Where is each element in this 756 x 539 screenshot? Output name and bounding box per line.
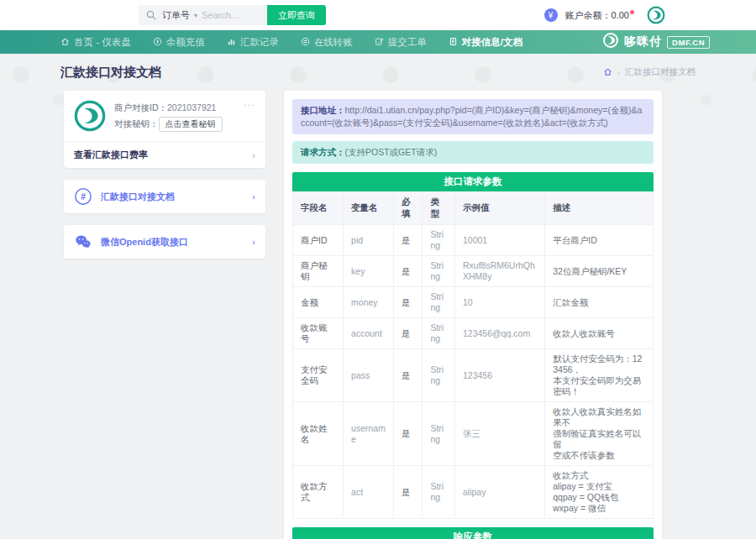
table-cell: 平台商户ID bbox=[545, 225, 654, 256]
request-params-table: 字段名变量名必填类型示例值描述商户IDpid是String10001平台商户ID… bbox=[292, 191, 654, 519]
breadcrumb-home-icon[interactable] bbox=[603, 67, 612, 78]
nav-item-recharge[interactable]: 余额充值 bbox=[153, 36, 205, 49]
table-row: 商户IDpid是String10001平台商户ID bbox=[293, 225, 654, 256]
ticket-icon bbox=[375, 37, 384, 48]
table-cell: 是 bbox=[394, 349, 423, 402]
table-cell: 汇款金额 bbox=[545, 287, 654, 318]
search-input[interactable] bbox=[202, 10, 267, 20]
search-bar: 订单号 ▾ 立即查询 bbox=[139, 5, 326, 25]
sidebar-item-remit-doc[interactable]: # 汇款接口对接文档 › bbox=[64, 180, 265, 213]
table-cell: 收款方式 alipay = 支付宝 qqpay = QQ钱包 wxpay = 微… bbox=[545, 466, 654, 519]
more-options-icon[interactable]: ... bbox=[244, 96, 255, 108]
docs-icon bbox=[449, 37, 458, 48]
merchant-id-value: 2021037921 bbox=[167, 102, 216, 113]
table-cell: String bbox=[423, 349, 455, 402]
transfer-icon bbox=[301, 37, 310, 48]
page-root: 订单号 ▾ 立即查询 ¥ 账户余额：0.00 首页 - 仪表盘 余额充值 bbox=[0, 0, 756, 539]
table-cell: alipay bbox=[455, 466, 545, 519]
balance-text: 账户余额：0.00 bbox=[565, 9, 634, 22]
main-nav: 首页 - 仪表盘 余额充值 汇款记录 在线转账 提交工单 对接信息/文档 bbox=[0, 30, 756, 54]
table-cell: 是 bbox=[394, 402, 423, 466]
column-header: 必填 bbox=[394, 192, 423, 225]
balance-yen-icon: ¥ bbox=[544, 8, 558, 22]
breadcrumb-current: 汇款接口对接文档 bbox=[625, 66, 696, 78]
table-cell: pass bbox=[344, 349, 394, 402]
table-cell: 是 bbox=[394, 256, 423, 287]
merchant-logo-icon bbox=[74, 100, 106, 132]
svg-text:#: # bbox=[81, 192, 86, 201]
rate-link[interactable]: 查看汇款接口费率 › bbox=[64, 141, 265, 168]
merchant-card: 商户对接ID：2021037921 对接秘钥：点击查看秘钥 ... 查看汇款接口… bbox=[64, 91, 265, 168]
table-row: 收款方式act是Stringalipay收款方式 alipay = 支付宝 qq… bbox=[293, 466, 654, 519]
nav-item-records[interactable]: 汇款记录 bbox=[227, 36, 279, 49]
sidebar-item-wechat-openid[interactable]: 微信Openid获取接口 › bbox=[64, 225, 265, 259]
table-header-row: 字段名变量名必填类型示例值描述 bbox=[293, 192, 654, 225]
table-cell: 32位商户秘钥/KEY bbox=[545, 256, 654, 287]
table-cell: 商户秘钥 bbox=[293, 256, 344, 287]
chevron-right-icon: › bbox=[252, 237, 255, 247]
api-url-alert: 接口地址：http://dai1.utian.cn/pay.php?pid=(商… bbox=[292, 99, 654, 134]
records-icon bbox=[227, 37, 236, 48]
account-area: ¥ 账户余额：0.00 bbox=[544, 6, 665, 24]
search-icon bbox=[146, 10, 156, 20]
table-cell: 商户ID bbox=[293, 225, 344, 256]
table-cell: act bbox=[344, 466, 394, 519]
hash-icon: # bbox=[74, 187, 92, 206]
table-cell: 10001 bbox=[455, 225, 545, 256]
view-secret-button[interactable]: 点击查看秘钥 bbox=[159, 117, 223, 132]
table-cell: 支付安全码 bbox=[293, 349, 344, 402]
notification-dot bbox=[630, 10, 634, 14]
table-cell: 收款姓名 bbox=[293, 402, 344, 466]
topbar: 订单号 ▾ 立即查询 ¥ 账户余额：0.00 bbox=[0, 0, 756, 30]
chevron-down-icon: ▾ bbox=[194, 12, 197, 19]
brand-domain: DMF.CN bbox=[667, 36, 710, 49]
table-cell: 收款人收款账号 bbox=[545, 318, 654, 349]
table-row: 支付安全码pass是String123456默认支付安全码为：123456， 本… bbox=[293, 349, 654, 402]
table-cell: String bbox=[423, 256, 455, 287]
page-title: 汇款接口对接文档 bbox=[60, 65, 161, 81]
nav-item-home[interactable]: 首页 - 仪表盘 bbox=[60, 36, 131, 49]
nav-items: 首页 - 仪表盘 余额充值 汇款记录 在线转账 提交工单 对接信息/文档 bbox=[60, 36, 522, 49]
table-cell: 是 bbox=[394, 287, 423, 318]
request-method-value: (支持POST或GET请求) bbox=[345, 147, 438, 157]
table-cell: String bbox=[423, 466, 455, 519]
table-cell: 默认支付安全码为：123456， 本支付安全码即为交易密码！ bbox=[545, 349, 654, 402]
wechat-icon bbox=[74, 233, 92, 251]
chevron-right-icon: › bbox=[252, 150, 255, 160]
table-cell: pid bbox=[344, 225, 394, 256]
nav-item-transfer[interactable]: 在线转账 bbox=[301, 36, 353, 49]
nav-item-ticket[interactable]: 提交工单 bbox=[375, 36, 427, 49]
search-category-select[interactable]: 订单号 ▾ bbox=[162, 9, 197, 22]
table-cell: 是 bbox=[394, 318, 423, 349]
column-header: 类型 bbox=[423, 192, 455, 225]
column-header: 字段名 bbox=[293, 192, 344, 225]
table-cell: 收款人收款真实姓名如果不 强制验证真实姓名可以留 空或不传该参数 bbox=[545, 402, 654, 466]
user-avatar[interactable] bbox=[647, 6, 665, 24]
table-row: 商户秘钥key是StringRxuf8sRM6UrhQhXHM8y32位商户秘钥… bbox=[293, 256, 654, 287]
merchant-info: 商户对接ID：2021037921 对接秘钥：点击查看秘钥 ... bbox=[64, 91, 265, 141]
table-cell: 10 bbox=[455, 287, 545, 318]
search-submit-button[interactable]: 立即查询 bbox=[267, 5, 326, 25]
table-cell: 收款账号 bbox=[293, 318, 344, 349]
table-cell: key bbox=[344, 256, 394, 287]
table-cell: 是 bbox=[394, 225, 423, 256]
column-header: 变量名 bbox=[344, 192, 394, 225]
table-cell: String bbox=[423, 402, 455, 466]
breadcrumb-separator-icon: › bbox=[617, 68, 620, 77]
table-cell: money bbox=[344, 287, 394, 318]
main-row: 商户对接ID：2021037921 对接秘钥：点击查看秘钥 ... 查看汇款接口… bbox=[60, 91, 696, 539]
table-cell: account bbox=[344, 318, 394, 349]
table-cell: String bbox=[423, 225, 455, 256]
column-header: 描述 bbox=[545, 192, 654, 225]
doc-card: 接口地址：http://dai1.utian.cn/pay.php?pid=(商… bbox=[284, 91, 662, 539]
nav-item-docs[interactable]: 对接信息/文档 bbox=[449, 36, 522, 49]
table-cell: username bbox=[344, 402, 394, 466]
page-head: 汇款接口对接文档 › 汇款接口对接文档 bbox=[60, 59, 696, 86]
table-cell: 123456@qq.com bbox=[455, 318, 545, 349]
merchant-lines: 商户对接ID：2021037921 对接秘钥：点击查看秘钥 bbox=[114, 100, 223, 132]
brand-logo[interactable]: 哆咪付 DMF.CN bbox=[602, 32, 710, 52]
table-cell: 金额 bbox=[293, 287, 344, 318]
table-row: 金额money是String10汇款金额 bbox=[293, 287, 654, 318]
response-params-title: 响应参数 bbox=[292, 527, 654, 539]
home-icon bbox=[60, 37, 70, 48]
